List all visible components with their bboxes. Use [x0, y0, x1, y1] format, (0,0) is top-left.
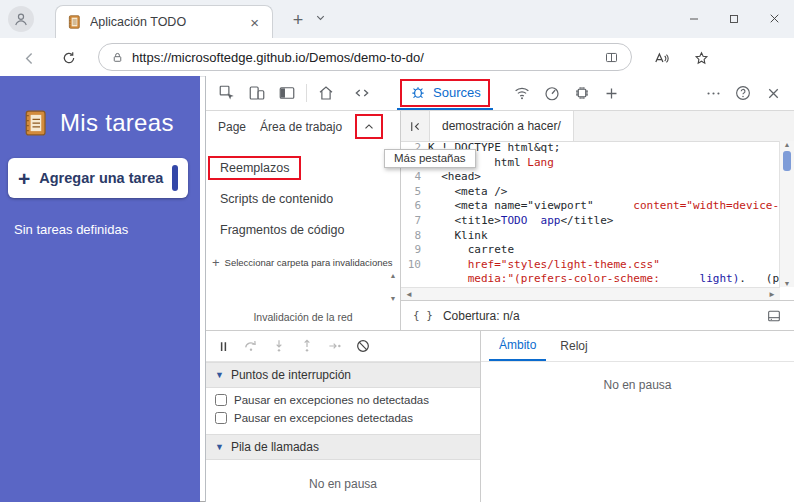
line-number[interactable]: [401, 272, 428, 287]
tab-scope[interactable]: Ámbito: [489, 331, 546, 361]
scroll-down-icon[interactable]: ▼: [784, 280, 791, 287]
scope-pane: Ámbito Reloj No en pausa: [481, 331, 794, 502]
pause-uncaught-checkbox[interactable]: [215, 394, 227, 406]
tab-workspace[interactable]: Área de trabajo: [254, 116, 348, 138]
nav-item-snippets[interactable]: Fragmentos de código: [206, 214, 400, 245]
line-number[interactable]: 7: [401, 214, 428, 229]
plus-icon: +: [18, 168, 30, 189]
triangle-down-icon: ▼: [215, 370, 224, 380]
address-bar[interactable]: https://microsoftedge.github.io/Demos/de…: [98, 43, 632, 71]
scroll-right-icon[interactable]: ►: [768, 290, 776, 299]
help-icon[interactable]: [730, 78, 756, 108]
sources-top-panes: Page Área de trabajo Reemplazos: [206, 111, 794, 330]
editor-pane: demostración a hacer/ 2K ! DOCTYPE html&…: [401, 111, 794, 330]
callstack-header-label: Pila de llamadas: [231, 440, 319, 454]
more-tabs-button[interactable]: [356, 115, 382, 138]
editor-status-bar: { } Cobertura: n/a: [401, 300, 794, 330]
line-content: <meta name="viewport" content="width=dev…: [428, 199, 779, 214]
line-number[interactable]: 9: [401, 243, 428, 258]
step-into-icon[interactable]: [271, 338, 287, 354]
deactivate-breakpoints-icon[interactable]: [355, 338, 371, 354]
network-icon[interactable]: [509, 78, 535, 108]
minimize-button[interactable]: [674, 0, 714, 37]
scroll-up-icon[interactable]: ▲: [390, 272, 397, 279]
scroll-left-icon[interactable]: ◄: [405, 290, 413, 299]
pause-caught-label: Pausar en excepciones detectadas: [234, 412, 413, 424]
callstack-section-header[interactable]: ▼ Pila de llamadas: [206, 434, 480, 460]
back-button[interactable]: [16, 45, 42, 71]
dock-side-icon[interactable]: [274, 78, 300, 108]
code-line: 7 <tit1e>TODO app</title>: [401, 214, 780, 229]
scroll-down-icon[interactable]: ▼: [390, 295, 397, 302]
console-drawer-icon[interactable]: [766, 308, 782, 324]
editor-horizontal-scrollbar[interactable]: ◄ ►: [401, 287, 780, 300]
maximize-button[interactable]: [714, 0, 754, 37]
line-number[interactable]: 6: [401, 199, 428, 214]
step-over-icon[interactable]: [243, 338, 259, 354]
nav-item-overrides[interactable]: Reemplazos: [206, 152, 400, 183]
code-line: 4 <head>: [401, 170, 780, 185]
browser-tab[interactable]: Aplicación TODO ×: [55, 5, 273, 38]
performance-icon[interactable]: [539, 78, 565, 108]
line-number[interactable]: 5: [401, 185, 428, 200]
debugger-pane: ▼ Puntos de interrupción Pausar en excep…: [206, 331, 481, 502]
device-toolbar-icon[interactable]: [244, 78, 270, 108]
split-screen-icon[interactable]: [604, 50, 619, 65]
step-icon[interactable]: [327, 338, 343, 354]
chevron-up-icon: [362, 120, 376, 134]
add-task-button[interactable]: + Agregar una tarea: [8, 158, 188, 198]
triangle-down-icon: ▼: [215, 442, 224, 452]
tab-close-icon[interactable]: ×: [247, 14, 262, 31]
scroll-up-icon[interactable]: ▲: [784, 141, 791, 148]
memory-icon[interactable]: [569, 78, 595, 108]
file-tab[interactable]: demostración a hacer/: [429, 111, 574, 141]
more-tools-plus-icon[interactable]: [599, 78, 625, 108]
new-tab-button[interactable]: +: [286, 8, 310, 32]
close-devtools-icon[interactable]: [760, 78, 786, 108]
elements-code-icon[interactable]: [349, 78, 375, 108]
tab-list-chevron-icon[interactable]: [314, 11, 327, 24]
pause-icon[interactable]: [216, 339, 231, 354]
breakpoints-section-header[interactable]: ▼ Puntos de interrupción: [206, 362, 480, 388]
nav-item-content-scripts[interactable]: Scripts de contenido: [206, 183, 400, 214]
content-scripts-label: Scripts de contenido: [210, 189, 343, 209]
pause-caught-row[interactable]: Pausar en excepciones detectadas: [206, 406, 480, 424]
todo-app-header: Mis tareas: [0, 76, 200, 138]
refresh-button[interactable]: [56, 45, 82, 71]
pause-uncaught-row[interactable]: Pausar en excepciones no detectadas: [206, 388, 480, 406]
lock-icon: [111, 51, 124, 64]
tab-watch[interactable]: Reloj: [550, 331, 597, 361]
line-number[interactable]: 10: [401, 258, 428, 273]
code-line: 5 <meta />: [401, 185, 780, 200]
code-line: 10 href="styles/light-theme.css": [401, 258, 780, 273]
line-content: <head>: [428, 170, 481, 185]
scroll-thumb[interactable]: [783, 151, 791, 171]
step-out-icon[interactable]: [299, 338, 315, 354]
person-icon: [12, 10, 30, 28]
todo-app-sidebar: Mis tareas + Agregar una tarea Sin tarea…: [0, 76, 200, 502]
read-aloud-button[interactable]: [648, 45, 674, 71]
page-title: Mis tareas: [60, 109, 174, 137]
tab-sources[interactable]: Sources: [397, 76, 493, 110]
add-task-label: Agregar una tarea: [39, 170, 163, 186]
navigator-scrollbar[interactable]: ▲ ▼: [387, 272, 399, 302]
select-folder-button[interactable]: + Seleccionar carpeta para invalidacione…: [206, 245, 400, 270]
welcome-home-icon[interactable]: [313, 78, 339, 108]
tab-strip-left-arrow-icon[interactable]: [401, 111, 429, 141]
more-options-icon[interactable]: [700, 78, 726, 108]
plus-icon: +: [212, 255, 220, 270]
editor-vertical-scrollbar[interactable]: ▲ ▼: [779, 141, 794, 287]
line-number[interactable]: 4: [401, 170, 428, 185]
line-number[interactable]: 8: [401, 229, 428, 244]
tab-page[interactable]: Page: [212, 116, 252, 138]
favorites-star-button[interactable]: [688, 45, 714, 71]
inspect-icon[interactable]: [214, 78, 240, 108]
network-override-label: Invalidación de la red: [206, 311, 400, 323]
debugger-status: No en pausa: [206, 477, 480, 491]
close-window-button[interactable]: [754, 0, 794, 37]
browser-navbar: https://microsoftedge.github.io/Demos/de…: [0, 38, 794, 77]
pretty-print-icon[interactable]: { }: [413, 309, 433, 322]
pause-uncaught-label: Pausar en excepciones no detectadas: [234, 394, 429, 406]
pause-caught-checkbox[interactable]: [215, 412, 227, 424]
profile-button[interactable]: [8, 6, 34, 32]
